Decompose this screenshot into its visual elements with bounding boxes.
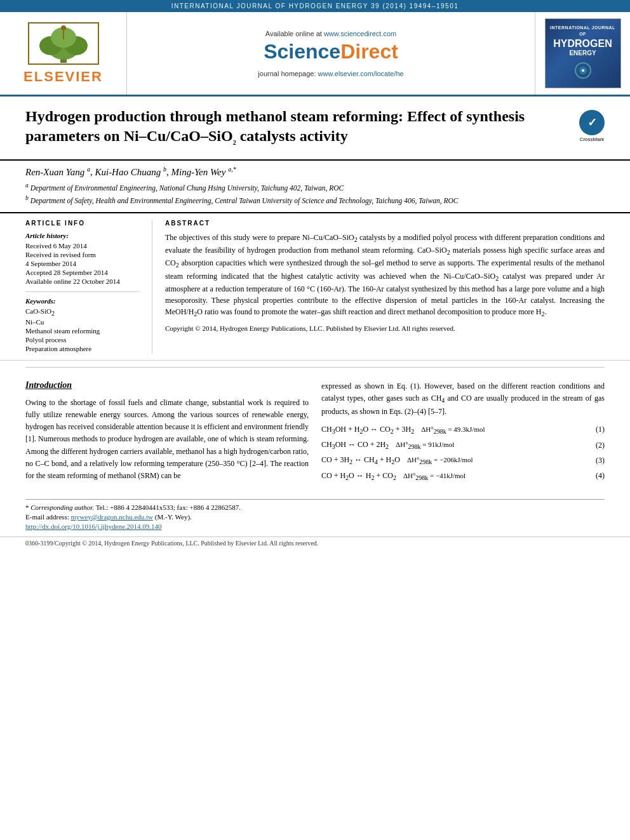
email-link[interactable]: mywey@dragon.nchu.edu.tw	[70, 513, 153, 521]
equation-2-delta: ΔH°298k = 91kJ/mol	[396, 441, 454, 448]
affiliation-a: a Department of Environmental Engineerin…	[25, 182, 605, 192]
equation-4-number: (4)	[586, 471, 605, 481]
journal-header-text: INTERNATIONAL JOURNAL OF HYDROGEN ENERGY…	[171, 3, 459, 10]
sciencedirect-link[interactable]: www.sciencedirect.com	[324, 30, 396, 37]
equation-4-delta: ΔH°298k = −41kJ/mol	[403, 472, 466, 479]
journal-cover-section: INTERNATIONAL JOURNAL OF HYDROGEN ENERGY	[535, 12, 630, 95]
article-info-header: ARTICLE INFO	[25, 220, 139, 227]
equation-3-content: CO + 3H2 ↔ CH4 + H2O ΔH°298k = −206kJ/mo…	[321, 455, 586, 465]
equation-2-row: CH3OH ↔ CO + 2H2 ΔH°298k = 91kJ/mol (2)	[321, 440, 605, 450]
equation-4-content: CO + H2O ↔ H2 + CO2 ΔH°298k = −41kJ/mol	[321, 471, 586, 481]
equation-1-delta: ΔH°298k = 49.3kJ/mol	[421, 425, 485, 433]
bottom-copyright: 0360-3199/Copyright © 2014, Hydrogen Ene…	[25, 540, 318, 547]
abstract-text: The objectives of this study were to pre…	[165, 232, 605, 319]
crossmark-icon: ✓	[579, 110, 605, 135]
keyword-3: Methanol steam reforming	[25, 327, 139, 335]
header-area: ELSEVIER Available online at www.science…	[0, 12, 630, 97]
equation-4-row: CO + H2O ↔ H2 + CO2 ΔH°298k = −41kJ/mol …	[321, 471, 605, 481]
equation-2-number: (2)	[586, 441, 605, 450]
introduction-left-text: Owing to the shortage of fossil fuels an…	[25, 397, 309, 482]
footnote-section: * Corresponding author. Tel.: +886 4 228…	[25, 499, 605, 530]
equation-3-number: (3)	[586, 456, 605, 465]
svg-point-6	[61, 25, 66, 30]
body-left-column: Introduction Owing to the shortage of fo…	[25, 380, 309, 486]
history-online: Available online 22 October 2014	[25, 277, 139, 285]
body-right-column: expressed as shown in Eq. (1). However, …	[321, 380, 605, 486]
article-title-text: Hydrogen production through methanol ste…	[25, 107, 573, 147]
journal-cover-graphic	[564, 61, 602, 83]
journal-homepage-text: journal homepage: www.elsevier.com/locat…	[258, 70, 403, 77]
science-text: Science	[264, 40, 340, 63]
introduction-right-text: expressed as shown in Eq. (1). However, …	[321, 380, 605, 418]
article-title: Hydrogen production through methanol ste…	[25, 107, 573, 153]
svg-point-10	[582, 69, 584, 72]
history-label: Article history:	[25, 232, 139, 239]
body-content: Introduction Owing to the shortage of fo…	[0, 374, 630, 493]
content-area: ARTICLE INFO Article history: Received 6…	[0, 213, 630, 361]
sciencedirect-title: ScienceDirect	[264, 40, 398, 63]
history-accepted: Accepted 28 September 2014	[25, 269, 139, 276]
journal-cover-title: INTERNATIONAL JOURNAL OF HYDROGEN ENERGY	[546, 24, 620, 58]
keywords-section: Keywords: CaO-SiO2 Ni–Cu Methanol steam …	[25, 297, 139, 352]
elsevier-logo: ELSEVIER	[23, 22, 103, 85]
keyword-1: CaO-SiO2	[25, 307, 139, 317]
direct-text: Direct	[340, 40, 398, 63]
elsevier-logo-section: ELSEVIER	[0, 12, 127, 95]
authors-section: Ren-Xuan Yang a, Kui-Hao Chuang b, Ming-…	[0, 161, 630, 213]
keywords-label: Keywords:	[25, 297, 139, 305]
available-online-text: Available online at www.sciencedirect.co…	[265, 30, 396, 37]
sciencedirect-section: Available online at www.sciencedirect.co…	[127, 12, 535, 95]
article-info-column: ARTICLE INFO Article history: Received 6…	[25, 220, 152, 354]
footnote-corresponding: * Corresponding author. Tel.: +886 4 228…	[25, 503, 605, 511]
article-title-section: Hydrogen production through methanol ste…	[0, 97, 630, 161]
bottom-bar: 0360-3199/Copyright © 2014, Hydrogen Ene…	[0, 537, 630, 549]
introduction-heading: Introduction	[25, 380, 309, 390]
equations-section: CH3OH + H2O ↔ CO2 + 3H2 ΔH°298k = 49.3kJ…	[321, 425, 605, 482]
equation-1-content: CH3OH + H2O ↔ CO2 + 3H2 ΔH°298k = 49.3kJ…	[321, 425, 586, 435]
keyword-4: Polyol process	[25, 336, 139, 343]
elsevier-brand-text: ELSEVIER	[23, 69, 103, 85]
doi-link[interactable]: http://dx.doi.org/10.1016/j.ijhydene.201…	[25, 523, 162, 530]
keyword-5: Preparation atmosphere	[25, 345, 139, 352]
journal-header-bar: INTERNATIONAL JOURNAL OF HYDROGEN ENERGY…	[0, 0, 630, 12]
keyword-2: Ni–Cu	[25, 318, 139, 326]
equation-1-row: CH3OH + H2O ↔ CO2 + 3H2 ΔH°298k = 49.3kJ…	[321, 425, 605, 435]
history-received: Received 6 May 2014	[25, 242, 139, 250]
authors-text: Ren-Xuan Yang a, Kui-Hao Chuang b, Ming-…	[25, 166, 605, 178]
journal-cover-image: INTERNATIONAL JOURNAL OF HYDROGEN ENERGY	[545, 18, 621, 88]
equation-3-delta: ΔH°298k = −206kJ/mol	[407, 456, 473, 463]
affiliation-b: b Department of Safety, Health and Envir…	[25, 194, 605, 204]
article-history: Article history: Received 6 May 2014 Rec…	[25, 232, 139, 285]
abstract-section: ABSTRACT The objectives of this study we…	[152, 220, 605, 354]
footnote-doi: http://dx.doi.org/10.1016/j.ijhydene.201…	[25, 523, 605, 530]
crossmark-badge: ✓ CrossMark	[579, 110, 605, 142]
abstract-copyright: Copyright © 2014, Hydrogen Energy Public…	[165, 324, 605, 332]
abstract-header: ABSTRACT	[165, 220, 605, 227]
equation-1-number: (1)	[586, 425, 605, 434]
equation-3-row: CO + 3H2 ↔ CH4 + H2O ΔH°298k = −206kJ/mo…	[321, 455, 605, 465]
equation-2-content: CH3OH ↔ CO + 2H2 ΔH°298k = 91kJ/mol	[321, 440, 586, 450]
section-divider	[25, 367, 605, 368]
footnote-email: E-mail address: mywey@dragon.nchu.edu.tw…	[25, 513, 605, 521]
journal-homepage-link[interactable]: www.elsevier.com/locate/he	[318, 70, 404, 77]
history-revised-date: 4 September 2014	[25, 260, 139, 267]
elsevier-tree-icon	[25, 22, 102, 66]
history-revised-label: Received in revised form	[25, 251, 139, 258]
